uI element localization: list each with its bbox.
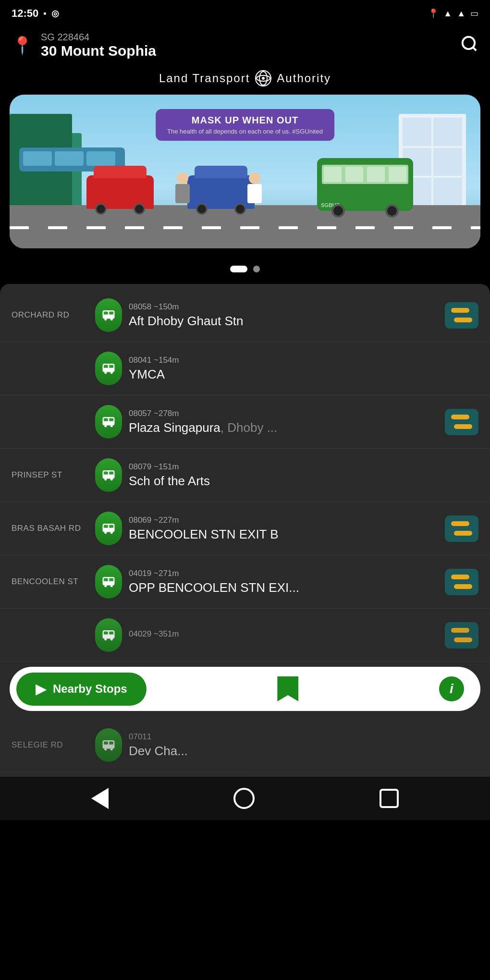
stop-item[interactable]: ORCHARD RD 08058 ~150m Aft Dhoby Ghaut S… (0, 289, 490, 342)
stop-name: Aft Dhoby Ghaut Stn (129, 314, 438, 329)
stop-meta: 04019 ~271m (129, 569, 438, 578)
svg-point-24 (104, 478, 107, 480)
stop-item[interactable]: 08041 ~154m YMCA (0, 342, 490, 395)
nav-bar (0, 777, 490, 820)
svg-point-25 (110, 478, 113, 480)
bus-stop-icon (95, 352, 122, 385)
svg-rect-37 (104, 632, 108, 635)
header-address: SG 228464 30 Mount Sophia (41, 32, 156, 59)
stop-name: YMCA (129, 367, 478, 382)
stop-meta: 08057 ~278m (129, 409, 438, 418)
stop-details: 07011 Dev Cha... (129, 732, 478, 759)
svg-point-35 (110, 585, 113, 587)
bus-stop-icon (95, 512, 122, 545)
info-button[interactable]: i (429, 672, 474, 706)
sgbus-badge (445, 622, 478, 649)
stop-meta: 08069 ~227m (129, 515, 438, 525)
wifi-icon: ▲ (443, 9, 452, 19)
bus-icon (101, 361, 116, 376)
stop-road-label: ORCHARD RD (12, 310, 88, 320)
bookmark-button[interactable] (268, 672, 308, 706)
lta-logo: Land Transport Authority (10, 69, 480, 88)
stop-road-label: BENCOOLEN ST (12, 577, 88, 587)
stop-road-label: BRAS BASAH RD (12, 524, 88, 533)
svg-point-14 (104, 371, 107, 374)
svg-rect-8 (109, 312, 113, 315)
svg-point-45 (110, 748, 113, 750)
search-button[interactable] (460, 35, 478, 57)
banner-image[interactable]: MASK UP WHEN OUT The health of all depen… (10, 95, 480, 248)
bus-icon (101, 415, 116, 429)
status-icons: 📍 ▲ ▲ ▭ (428, 8, 478, 19)
bottom-bar-container: ▶ Nearby Stops i (0, 662, 490, 719)
stop-item[interactable]: BRAS BASAH RD 08069 ~227m BENCOOLEN STN … (0, 502, 490, 555)
svg-rect-17 (104, 418, 108, 421)
nearby-stops-icon: ▶ (36, 681, 46, 697)
banner-mask-box: MASK UP WHEN OUT The health of all depen… (156, 109, 334, 141)
header-left: 📍 SG 228464 30 Mount Sophia (12, 32, 156, 59)
svg-rect-12 (104, 365, 108, 368)
stop-meta: 08041 ~154m (129, 355, 478, 365)
stop-item[interactable]: 08057 ~278m Plaza Singapura, Dhoby ... (0, 395, 490, 449)
stop-details: 04019 ~271m OPP BENCOOLEN STN EXI... (129, 569, 438, 595)
bookmark-icon (277, 676, 298, 701)
home-icon (233, 788, 255, 809)
svg-line-1 (473, 47, 476, 50)
banner-mask-subtitle: The health of all depends on each one of… (167, 128, 323, 135)
recents-icon (380, 789, 399, 808)
address-name: 30 Mount Sophia (41, 43, 156, 59)
battery-icon: ▭ (470, 8, 478, 19)
svg-point-9 (104, 318, 107, 320)
bus-stop-icon (95, 458, 122, 492)
time-display: 12:50 (12, 7, 38, 20)
stops-list: ORCHARD RD 08058 ~150m Aft Dhoby Ghaut S… (0, 284, 490, 777)
sgbus-badge (445, 409, 478, 435)
search-icon (460, 35, 478, 53)
sim-icon: ▪ (43, 9, 46, 19)
bus-icon (101, 575, 116, 589)
nearby-stops-label: Nearby Stops (53, 682, 127, 696)
stop-item[interactable]: BENCOOLEN ST 04019 ~271m OPP BENCOOLEN S… (0, 555, 490, 609)
bus-icon (101, 521, 116, 536)
stop-item[interactable]: 04029 ~351m (0, 609, 490, 662)
svg-point-40 (110, 638, 113, 640)
bus-stop-icon (95, 405, 122, 439)
stop-meta: 08079 ~151m (129, 462, 478, 472)
stop-name: BENCOOLEN STN EXIT B (129, 527, 438, 542)
svg-point-30 (110, 531, 113, 534)
svg-point-29 (104, 531, 107, 534)
banner-bus: SGBUS (317, 158, 413, 211)
bus-stop-icon (95, 728, 122, 762)
stop-item[interactable]: PRINSEP ST 08079 ~151m Sch of the Arts (0, 449, 490, 502)
banner-car-blue (187, 175, 255, 209)
bus-icon (101, 738, 116, 752)
lta-text-before: Land Transport (159, 72, 250, 85)
svg-rect-43 (109, 742, 113, 745)
banner-dots (0, 258, 490, 284)
nav-back-button[interactable] (91, 788, 109, 809)
stop-road-label: SELEGIE RD (12, 740, 88, 750)
svg-point-5 (262, 77, 265, 80)
header: 📍 SG 228464 30 Mount Sophia (0, 26, 490, 69)
stop-details: 08069 ~227m BENCOOLEN STN EXIT B (129, 515, 438, 542)
stop-item[interactable]: SELEGIE RD 07011 Dev Cha... (0, 719, 490, 772)
character-nurse (245, 172, 264, 206)
nav-home-button[interactable] (233, 788, 255, 809)
sgbus-badge (445, 302, 478, 329)
svg-rect-28 (109, 525, 113, 528)
banner-section: Land Transport Authority (0, 69, 490, 258)
svg-rect-27 (104, 525, 108, 528)
character-person (173, 172, 192, 206)
stop-details: 08057 ~278m Plaza Singapura, Dhoby ... (129, 409, 438, 435)
bus-stop-icon (95, 565, 122, 599)
stop-name: Plaza Singapura, Dhoby ... (129, 420, 438, 435)
svg-rect-38 (109, 632, 113, 635)
stop-road-label: PRINSEP ST (12, 470, 88, 480)
nearby-stops-button[interactable]: ▶ Nearby Stops (16, 673, 147, 706)
stop-name: Sch of the Arts (129, 474, 478, 489)
banner-road-line (10, 226, 480, 229)
dot-2[interactable] (253, 266, 260, 272)
bus-icon (101, 308, 116, 322)
nav-recents-button[interactable] (380, 789, 399, 808)
dot-1[interactable] (230, 266, 247, 272)
